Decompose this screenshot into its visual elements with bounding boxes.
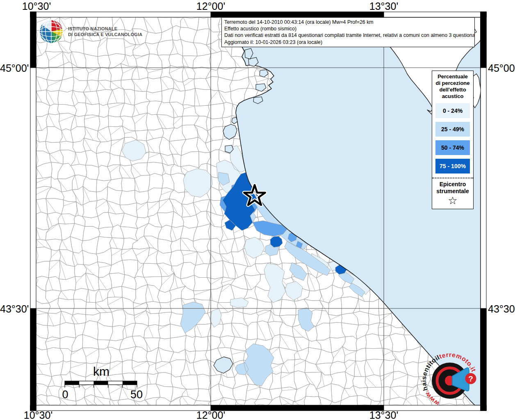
epicenter-star-icon: ☆ <box>432 195 473 206</box>
earthquake-info-box: Terremoto del 14-10-2010 00:43:14 (ora l… <box>221 17 475 47</box>
axis-bottom-10-30: 10°30' <box>11 409 65 420</box>
info-line-source: Dati non verificati estratti da 814 ques… <box>224 32 472 39</box>
legend-divider <box>432 178 473 178</box>
ingv-name-line1: ISTITUTO NAZIONALE <box>68 26 142 32</box>
scale-bar-start: 0 <box>62 388 68 401</box>
map-layers <box>34 15 483 407</box>
axis-bottom-13-30: 13°30' <box>357 409 410 420</box>
info-line-updated: Aggiornato il: 10-01-2026 03:23 (ora loc… <box>224 39 472 46</box>
scale-bar-end: 50 <box>130 388 143 401</box>
axis-top-12-00: 12°00' <box>184 0 237 12</box>
info-line-event: Terremoto del 14-10-2010 00:43:14 (ora l… <box>224 19 472 25</box>
info-line-effect: Effetto acustico (rombo sismico) <box>224 25 472 32</box>
ingv-name-line2: DI GEOFISICA E VULCANOLOGIA <box>68 32 142 37</box>
legend-title-line1: Percentuale <box>432 73 473 80</box>
legend-class-50-74: 50 - 74% <box>435 140 470 155</box>
axis-top-10-30: 10°30' <box>10 0 63 12</box>
axis-bottom-12-00: 12°00' <box>184 409 237 420</box>
axis-left-43-30: 43°30' <box>0 303 29 315</box>
legend-box: Percentuale di percezione dell'effetto a… <box>432 71 474 209</box>
axis-top-13-30: 13°30' <box>357 0 410 12</box>
axis-right-45-00: 45°00' <box>488 62 515 74</box>
ingv-globe-icon <box>39 19 64 44</box>
scale-bar-unit: km <box>93 365 109 378</box>
map-canvas: km 0 50 ? www.haisentitoilterremoto.it <box>0 0 515 420</box>
legend-title-line2: di percezione <box>432 80 473 87</box>
axis-left-45-00: 45°00' <box>0 62 29 74</box>
legend-title-line3: dell'effetto <box>432 87 473 93</box>
legend-epicenter-line2: strumentale <box>432 188 473 195</box>
ingv-logo: ISTITUTO NAZIONALE DI GEOFISICA E VULCAN… <box>39 19 147 44</box>
legend-epicenter-line1: Epicentro <box>432 181 473 188</box>
axis-right-43-30: 43°30' <box>488 303 515 315</box>
legend-class-25-49: 25 - 49% <box>435 122 470 137</box>
legend-class-0-24: 0 - 24% <box>435 103 470 118</box>
legend-class-75-100: 75 - 100% <box>435 159 470 173</box>
logo-question-mark: ? <box>468 374 473 383</box>
legend-title-line4: acustico <box>432 93 473 100</box>
macroseismic-map-page: km 0 50 ? www.haisentitoilterremoto.it 1… <box>0 0 515 420</box>
